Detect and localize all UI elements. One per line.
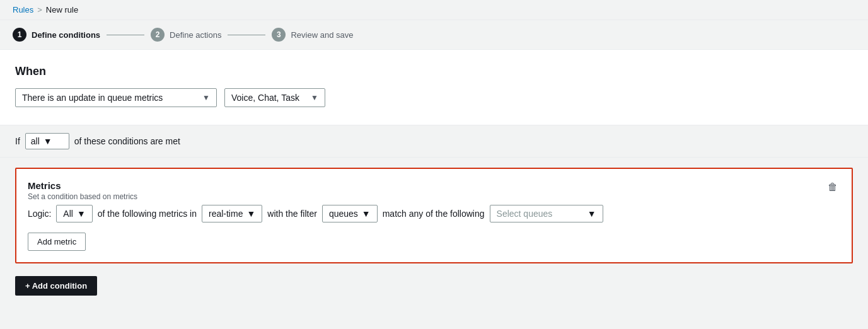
when-row: There is an update in queue metrics ▼ Vo…: [15, 88, 853, 107]
step-3-label: Review and save: [291, 30, 353, 40]
logic-dropdown-arrow: ▼: [77, 209, 86, 219]
condition-card: Metrics Set a condition based on metrics…: [15, 168, 853, 263]
trigger-select-arrow: ▼: [202, 93, 210, 102]
step-connector-2: [228, 35, 265, 35]
step-2: 2 Define actions: [151, 28, 221, 42]
step-2-label: Define actions: [170, 30, 221, 40]
step-connector-1: [107, 35, 144, 35]
all-dropdown-value: all: [31, 136, 40, 146]
breadcrumb: Rules > New rule: [0, 0, 868, 20]
step-2-circle: 2: [151, 28, 165, 42]
trash-icon: 🗑: [828, 182, 838, 192]
channel-select-value: Voice, Chat, Task: [231, 93, 299, 103]
stepper: 1 Define conditions 2 Define actions 3 R…: [0, 20, 868, 50]
condition-header-text: Metrics Set a condition based on metrics: [28, 180, 137, 201]
all-dropdown-arrow: ▼: [43, 136, 52, 146]
breadcrumb-current: New rule: [46, 5, 78, 14]
condition-header: Metrics Set a condition based on metrics…: [28, 180, 840, 201]
add-metric-button[interactable]: Add metric: [28, 233, 86, 251]
main-content: When There is an update in queue metrics…: [0, 50, 868, 306]
step-1-circle: 1: [13, 28, 26, 42]
filter-field-value: queues: [329, 209, 358, 219]
condition-block-area: Metrics Set a condition based on metrics…: [0, 158, 868, 306]
select-queues-arrow: ▼: [587, 209, 596, 219]
filter-field-arrow: ▼: [362, 209, 371, 219]
breadcrumb-rules-link[interactable]: Rules: [13, 5, 33, 14]
conditions-bar: If all ▼ of these conditions are met: [0, 125, 868, 158]
step-3: 3 Review and save: [272, 28, 353, 42]
select-queues-dropdown[interactable]: Select queues ▼: [490, 205, 603, 222]
delete-condition-button[interactable]: 🗑: [825, 180, 840, 194]
logic-row: Logic: All ▼ of the following metrics in…: [28, 205, 840, 222]
middle-text: of the following metrics in: [98, 209, 197, 219]
condition-subtitle: Set a condition based on metrics: [28, 192, 137, 201]
breadcrumb-separator: >: [37, 5, 42, 14]
filter-field-dropdown[interactable]: queues ▼: [322, 205, 378, 222]
channel-select-arrow: ▼: [311, 93, 318, 102]
step-1-label: Define conditions: [32, 30, 100, 40]
filter-type-arrow: ▼: [246, 209, 255, 219]
add-condition-button[interactable]: + Add condition: [15, 276, 97, 296]
trigger-select-value: There is an update in queue metrics: [22, 93, 163, 103]
with-filter-text: with the filter: [267, 209, 317, 219]
when-section: When There is an update in queue metrics…: [0, 50, 868, 125]
trigger-select[interactable]: There is an update in queue metrics ▼: [15, 88, 217, 107]
filter-type-dropdown[interactable]: real-time ▼: [202, 205, 262, 222]
channel-select[interactable]: Voice, Chat, Task ▼: [224, 88, 325, 107]
logic-label: Logic:: [28, 209, 51, 219]
when-title: When: [15, 65, 853, 78]
match-text: match any of the following: [383, 209, 485, 219]
step-3-circle: 3: [272, 28, 286, 42]
all-dropdown[interactable]: all ▼: [25, 133, 69, 149]
logic-dropdown[interactable]: All ▼: [56, 205, 92, 222]
if-label: If: [15, 136, 20, 146]
logic-dropdown-value: All: [63, 209, 73, 219]
filter-type-value: real-time: [209, 209, 243, 219]
step-1: 1 Define conditions: [13, 28, 100, 42]
select-queues-placeholder: Select queues: [497, 209, 553, 219]
conditions-text: of these conditions are met: [74, 136, 180, 146]
condition-title: Metrics: [28, 180, 137, 191]
